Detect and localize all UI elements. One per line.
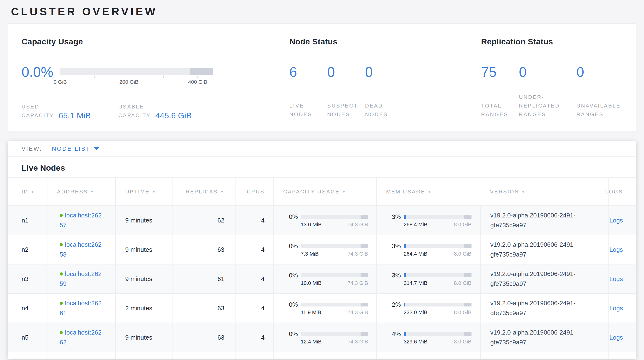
address-link[interactable]: localhost:26259 bbox=[60, 270, 102, 287]
node-live-status-icon bbox=[60, 331, 63, 334]
column-label: CAPACITY USAGE bbox=[283, 189, 340, 195]
table-row: n5localhost:262629 minutes6340%12.4 MiB7… bbox=[8, 323, 636, 352]
usage-bar-reserved-segment bbox=[464, 244, 472, 248]
usage-percent: 3% bbox=[386, 213, 401, 220]
cell-partial bbox=[608, 352, 636, 358]
logs-link[interactable]: Logs bbox=[610, 305, 623, 312]
cell-replicas: 62 bbox=[172, 206, 236, 235]
axis-tick bbox=[198, 76, 198, 78]
stat-label-line: UNDER- bbox=[519, 93, 574, 102]
logs-link[interactable]: Logs bbox=[610, 246, 623, 253]
stat-label-line: CAPACITY bbox=[22, 111, 54, 120]
cell-partial bbox=[48, 352, 116, 358]
usage-bar-fill bbox=[404, 273, 406, 277]
replicas-value: 63 bbox=[217, 334, 224, 341]
column-header-capacity[interactable]: CAPACITY USAGE bbox=[274, 178, 376, 206]
usage-bar-row: 0% bbox=[284, 272, 376, 279]
stat-value: 0 bbox=[576, 65, 620, 79]
column-header-id[interactable]: ID bbox=[8, 178, 48, 206]
usage-bar-reserved-segment bbox=[360, 215, 368, 219]
address-link[interactable]: localhost:26261 bbox=[60, 299, 102, 316]
usage-labels: 12.4 MiB74.3 GiB bbox=[301, 339, 368, 345]
table-row-partial bbox=[8, 352, 636, 358]
axis-tick-label: 400 GiB bbox=[188, 79, 207, 85]
cpus-value: 4 bbox=[261, 217, 264, 224]
live-nodes-table: IDADDRESSUPTIMEREPLICASCPUSCAPACITY USAG… bbox=[8, 177, 636, 358]
node-live-status-icon bbox=[60, 214, 63, 217]
address-link[interactable]: localhost:26258 bbox=[60, 241, 102, 258]
stat-value: 445.6 GiB bbox=[155, 111, 192, 120]
usage-used-value: 12.4 MiB bbox=[301, 339, 322, 345]
stat-value: 0 bbox=[365, 65, 400, 79]
stat-label: SUSPECTNODES bbox=[327, 102, 363, 119]
replicas-value: 63 bbox=[217, 246, 224, 253]
usage-bar-row: 2% bbox=[386, 301, 480, 308]
usage-bar bbox=[301, 244, 368, 248]
usage-total-value: 8.0 GiB bbox=[454, 251, 472, 257]
cell-capacity-usage: 0%13.0 MiB74.3 GiB bbox=[274, 206, 376, 235]
column-header-memory[interactable]: MEM USAGE bbox=[376, 178, 480, 206]
cell-uptime: 9 minutes bbox=[116, 323, 172, 352]
axis-tick-label: 0 GiB bbox=[54, 79, 67, 85]
address-link[interactable]: localhost:26262 bbox=[60, 329, 102, 346]
axis-tick-label: 200 GiB bbox=[119, 79, 138, 85]
stat-label: TOTALRANGES bbox=[481, 102, 516, 119]
live-nodes-heading: Live Nodes bbox=[8, 157, 636, 177]
usage-bar-reserved-segment bbox=[464, 273, 472, 277]
address-link[interactable]: localhost:26257 bbox=[60, 212, 102, 229]
cell-partial bbox=[116, 352, 172, 358]
usage-bar-fill bbox=[404, 215, 406, 219]
node-status-stats-row: 6LIVENODES0SUSPECTNODES0DEADNODES bbox=[290, 65, 481, 119]
cell-logs: Logs bbox=[608, 206, 636, 235]
node-status-section: Node Status 6LIVENODES0SUSPECTNODES0DEAD… bbox=[290, 37, 481, 131]
column-header-replicas[interactable]: REPLICAS bbox=[172, 178, 236, 206]
logs-link[interactable]: Logs bbox=[610, 217, 623, 224]
column-header-address[interactable]: ADDRESS bbox=[48, 178, 116, 206]
version-value: v19.2.0-alpha.20190606-2491-gfe735c9a97 bbox=[490, 269, 601, 289]
column-label: ADDRESS bbox=[57, 189, 88, 195]
summary-stat: 0DEADNODES bbox=[365, 65, 403, 119]
column-header-version[interactable]: VERSION bbox=[480, 178, 608, 206]
address: localhost:26262 bbox=[60, 328, 104, 347]
usage-bar-row: 0% bbox=[284, 301, 376, 308]
capacity-stat: USEDCAPACITY65.1 MiB bbox=[22, 102, 91, 120]
cell-replicas: 63 bbox=[172, 323, 236, 352]
logs-link[interactable]: Logs bbox=[610, 334, 623, 341]
cell-partial bbox=[172, 352, 236, 358]
usage-bar-row: 0% bbox=[284, 330, 376, 337]
logs-link[interactable]: Logs bbox=[610, 275, 623, 282]
capacity-gauge-row: 0.0% 0 GiB200 GiB400 GiB bbox=[22, 65, 290, 86]
usage-bar-reserved-segment bbox=[360, 244, 368, 248]
uptime-value: 9 minutes bbox=[125, 217, 172, 224]
summary-stat: 6LIVENODES bbox=[290, 65, 327, 119]
cpus-value: 4 bbox=[261, 334, 264, 341]
node-id: n2 bbox=[22, 246, 47, 253]
capacity-usage-heading: Capacity Usage bbox=[22, 37, 290, 46]
node-live-status-icon bbox=[60, 272, 63, 276]
stat-label: USABLECAPACITY bbox=[118, 102, 151, 120]
replicas-value: 62 bbox=[217, 217, 224, 224]
usage-total-value: 74.3 GiB bbox=[348, 310, 368, 315]
stat-label: DEADNODES bbox=[365, 102, 400, 119]
column-header-uptime[interactable]: UPTIME bbox=[116, 178, 172, 206]
sort-desc-icon bbox=[152, 190, 156, 194]
usage-bar bbox=[301, 273, 368, 277]
capacity-stat: USABLECAPACITY445.6 GiB bbox=[118, 102, 192, 120]
usage-used-value: 11.9 MiB bbox=[301, 310, 321, 315]
uptime-value: 2 minutes bbox=[125, 305, 172, 312]
sort-desc-icon bbox=[31, 190, 35, 194]
usage-bar bbox=[404, 244, 472, 248]
cell-uptime: 9 minutes bbox=[116, 235, 172, 264]
node-id: n3 bbox=[22, 275, 47, 282]
view-dropdown[interactable]: NODE LIST bbox=[52, 145, 99, 152]
column-label: ID bbox=[22, 189, 28, 195]
node-list-card: VIEW: NODE LIST Live Nodes IDADDRESSUPTI… bbox=[8, 141, 636, 359]
usage-percent: 2% bbox=[386, 301, 401, 308]
replication-stats-row: 75TOTALRANGES0UNDER-REPLICATEDRANGES0UNA… bbox=[481, 65, 622, 119]
cell-version: v19.2.0-alpha.20190606-2491-gfe735c9a97 bbox=[480, 264, 609, 293]
stat-label-line: RANGES bbox=[576, 110, 620, 119]
axis-tick bbox=[163, 76, 164, 78]
column-header-logs: LOGS bbox=[608, 178, 636, 206]
capacity-used-percent: 0.0% bbox=[22, 65, 53, 86]
cell-address: localhost:26258 bbox=[48, 235, 116, 264]
